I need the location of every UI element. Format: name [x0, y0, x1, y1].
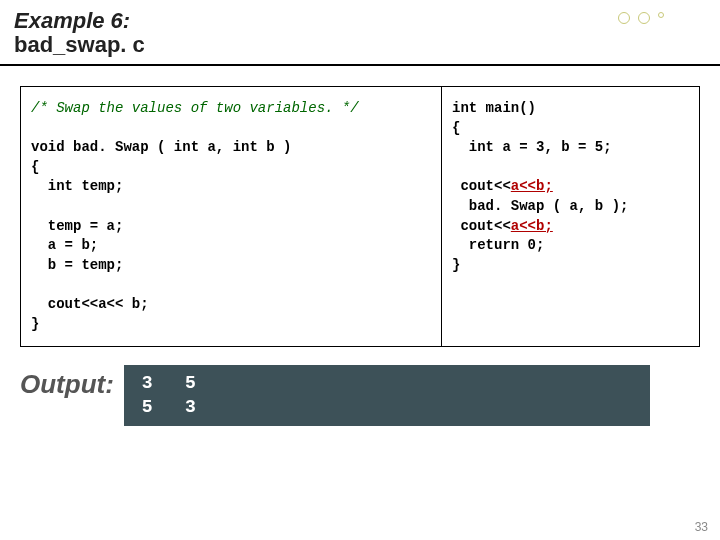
- output-section: Output: 3 5 5 3: [20, 365, 700, 426]
- code-line: b = temp;: [31, 257, 123, 273]
- code-line: cout<<a<< b;: [31, 296, 149, 312]
- code-line: }: [31, 316, 39, 332]
- code-line: return 0;: [452, 237, 544, 253]
- code-line: {: [452, 120, 460, 136]
- code-line: a = b;: [31, 237, 98, 253]
- code-line: int main(): [452, 100, 536, 116]
- circle-icon: [618, 12, 630, 24]
- cout-expr-link: a<<b;: [511, 218, 553, 234]
- code-line: {: [31, 159, 39, 175]
- code-line: cout<<a<<b;: [452, 178, 553, 194]
- code-line: void bad. Swap ( int a, int b ): [31, 139, 291, 155]
- output-line: 5 3: [142, 397, 196, 417]
- example-label: Example 6:: [14, 8, 706, 34]
- filename-title: bad_swap. c: [14, 32, 706, 58]
- page-number: 33: [695, 520, 708, 534]
- slide-header: Example 6: bad_swap. c: [0, 0, 720, 66]
- code-container: /* Swap the values of two variables. */ …: [20, 86, 700, 347]
- console-output: 3 5 5 3: [124, 365, 650, 426]
- code-line: int temp;: [31, 178, 123, 194]
- code-left-pane: /* Swap the values of two variables. */ …: [21, 87, 442, 346]
- code-line: int a = 3, b = 5;: [452, 139, 612, 155]
- cout-expr-link: a<<b;: [511, 178, 553, 194]
- circle-icon: [638, 12, 650, 24]
- output-label: Output:: [20, 365, 114, 400]
- decorative-circles: [618, 12, 664, 24]
- code-comment: /* Swap the values of two variables. */: [31, 100, 359, 116]
- code-line: cout<<a<<b;: [452, 218, 553, 234]
- output-line: 3 5: [142, 373, 196, 393]
- code-line: }: [452, 257, 460, 273]
- code-line: bad. Swap ( a, b );: [452, 198, 628, 214]
- code-line: temp = a;: [31, 218, 123, 234]
- code-right-pane: int main() { int a = 3, b = 5; cout<<a<<…: [442, 87, 699, 346]
- circle-icon: [658, 12, 664, 18]
